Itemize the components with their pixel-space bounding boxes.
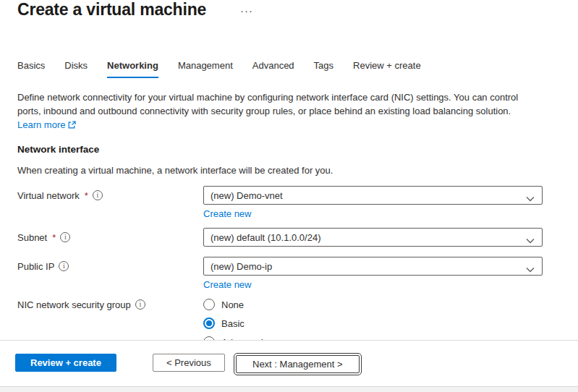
subnet-row: Subnet* (new) default (10.1.0.0/24): [17, 228, 561, 247]
tab-review-create[interactable]: Review + create: [353, 60, 421, 78]
nsg-option-none-label: None: [221, 299, 244, 310]
nsg-option-basic-label: Basic: [221, 318, 245, 329]
virtual-network-dropdown[interactable]: (new) Demo-vnet: [203, 186, 543, 205]
networking-form: Virtual network* (new) Demo-vnet Create …: [17, 186, 561, 340]
subnet-label: Subnet: [17, 232, 47, 243]
virtual-network-label-group: Virtual network*: [17, 186, 203, 205]
info-icon[interactable]: [93, 190, 103, 200]
chevron-down-icon: [526, 264, 535, 275]
virtual-network-create-new-link[interactable]: Create new: [203, 208, 251, 219]
bottom-bar: [0, 386, 578, 392]
page-title: Create a virtual machine: [17, 0, 206, 20]
nic-nsg-label-group: NIC network security group: [17, 297, 203, 312]
virtual-network-row: Virtual network* (new) Demo-vnet Create …: [17, 186, 561, 219]
nsg-option-none[interactable]: None: [203, 297, 543, 312]
public-ip-create-new-link[interactable]: Create new: [203, 279, 251, 290]
create-vm-page: Create a virtual machine ··· Basics Disk…: [0, 0, 578, 392]
intro-text: Define network connectivity for your vir…: [17, 90, 561, 132]
public-ip-dropdown[interactable]: (new) Demo-ip: [203, 257, 543, 276]
required-marker: *: [52, 232, 56, 243]
public-ip-label: Public IP: [17, 261, 54, 272]
tab-disks[interactable]: Disks: [64, 60, 88, 78]
tab-management[interactable]: Management: [178, 60, 233, 78]
review-create-button[interactable]: Review + create: [15, 354, 116, 372]
nsg-option-basic[interactable]: Basic: [203, 315, 543, 331]
tab-content: Define network connectivity for your vir…: [0, 80, 578, 340]
info-icon[interactable]: [59, 261, 69, 271]
previous-button[interactable]: < Previous: [153, 354, 225, 372]
required-marker: *: [85, 190, 88, 201]
learn-more-link[interactable]: Learn more: [17, 118, 76, 132]
nic-nsg-row: NIC network security group None Basic: [17, 297, 561, 340]
radio-unselected-icon: [203, 299, 215, 310]
tab-tags[interactable]: Tags: [314, 60, 333, 78]
public-ip-value: (new) Demo-ip: [211, 261, 272, 272]
info-icon[interactable]: [135, 299, 145, 310]
virtual-network-label: Virtual network: [17, 190, 80, 201]
subnet-label-group: Subnet*: [17, 228, 203, 247]
tab-bar: Basics Disks Networking Management Advan…: [17, 60, 421, 78]
section-heading: Network interface: [17, 144, 561, 155]
tab-advanced[interactable]: Advanced: [252, 60, 294, 78]
nsg-option-advanced[interactable]: Advanced: [203, 334, 543, 340]
subnet-dropdown[interactable]: (new) default (10.1.0.0/24): [203, 228, 543, 247]
nic-nsg-label: NIC network security group: [17, 299, 131, 310]
intro-line-1: Define network connectivity for your vir…: [17, 90, 561, 104]
wizard-footer: Review + create < Previous Next : Manage…: [0, 340, 578, 386]
external-link-icon: [68, 121, 76, 129]
chevron-down-icon: [526, 235, 535, 246]
public-ip-label-group: Public IP: [17, 257, 203, 276]
radio-selected-icon: [203, 318, 215, 329]
subnet-value: (new) default (10.1.0.0/24): [211, 232, 320, 243]
intro-line-2: ports, inbound and outbound connectivity…: [17, 104, 561, 118]
public-ip-row: Public IP (new) Demo-ip Create new: [17, 257, 561, 290]
more-actions-button[interactable]: ···: [237, 3, 256, 18]
next-management-button[interactable]: Next : Management >: [236, 355, 360, 373]
tab-networking[interactable]: Networking: [107, 60, 158, 78]
learn-more-label: Learn more: [17, 118, 65, 132]
chevron-down-icon: [526, 193, 535, 204]
info-icon[interactable]: [60, 232, 70, 242]
section-description: When creating a virtual machine, a netwo…: [17, 165, 561, 176]
tab-basics[interactable]: Basics: [17, 60, 45, 78]
virtual-network-value: (new) Demo-vnet: [211, 190, 283, 201]
